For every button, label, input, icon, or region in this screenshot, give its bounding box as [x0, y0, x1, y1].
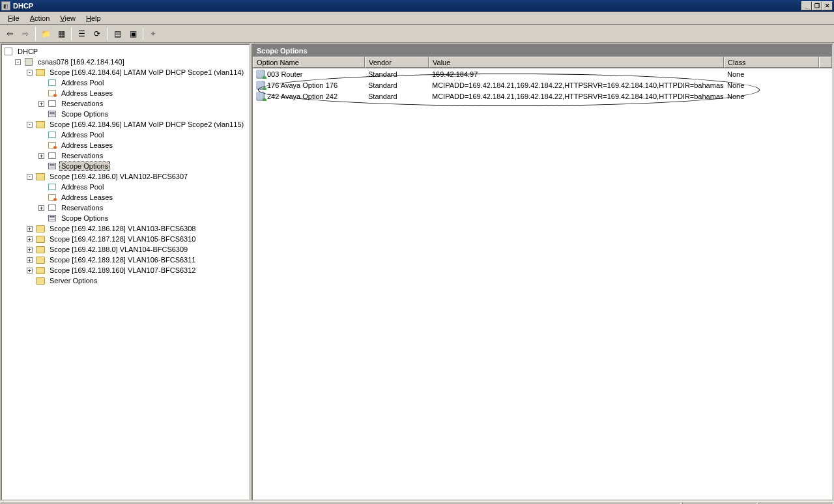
tree-scope2-label: Scope [169.42.184.96] LATAM VoIP DHCP Sc… [48, 120, 246, 129]
tree-selected-label: Scope Options [59, 161, 110, 171]
leases-icon [48, 194, 56, 201]
folder-open-icon [36, 121, 45, 128]
table-row[interactable]: 242 Avaya Option 242 Standard MCIPADD=16… [253, 91, 832, 102]
folder-icon [36, 236, 45, 243]
properties-button[interactable]: ☰ [74, 27, 89, 41]
detail-pane: Scope Options Option Name Vendor Value C… [252, 44, 833, 501]
column-option-name[interactable]: Option Name [253, 57, 365, 68]
column-vendor[interactable]: Vendor [365, 57, 429, 68]
tree-scope2-leases[interactable]: Address Leases [3, 140, 248, 150]
tree-scope4[interactable]: + Scope [169.42.186.128] VLAN103-BFCS630… [3, 223, 248, 234]
minimize-button[interactable]: _ [801, 1, 812, 10]
window-title: DHCP [13, 2, 801, 10]
tree-scope3-reservations[interactable]: + Reservations [3, 203, 248, 213]
back-button[interactable]: ⇦ [3, 27, 17, 41]
column-value[interactable]: Value [429, 57, 724, 68]
maximize-button[interactable]: ❐ [812, 1, 822, 10]
expand-icon[interactable]: + [38, 101, 44, 107]
expand-icon[interactable]: + [27, 247, 33, 253]
table-row[interactable]: 003 Router Standard 169.42.184.97 None [253, 68, 832, 79]
expand-icon[interactable]: + [27, 268, 33, 273]
tree-scope1-reservations[interactable]: + Reservations [3, 98, 248, 109]
tree-scope2-reservations[interactable]: + Reservations [3, 150, 248, 161]
reservations-icon [48, 152, 56, 159]
show-hide-tree-button[interactable]: ▦ [54, 27, 68, 41]
folder-icon [36, 225, 45, 232]
reservations-icon [48, 204, 56, 211]
tree-scope1[interactable]: - Scope [169.42.184.64] LATAM VoIP DHCP … [3, 67, 248, 77]
column-class[interactable]: Class [724, 57, 819, 68]
option-icon [256, 81, 265, 90]
expand-icon[interactable]: + [38, 153, 44, 159]
pool-icon [48, 184, 56, 190]
tree-scope1-options[interactable]: Scope Options [3, 109, 248, 119]
column-spacer [819, 57, 832, 68]
pool-icon [48, 79, 56, 86]
wizard-button[interactable]: ✦ [146, 27, 160, 41]
leases-icon [48, 90, 56, 96]
tree-scope1-pool[interactable]: Address Pool [3, 77, 248, 88]
tree-scope2[interactable]: - Scope [169.42.184.96] LATAM VoIP DHCP … [3, 119, 248, 130]
server-icon [25, 58, 33, 66]
menu-file[interactable]: File [3, 13, 25, 23]
expand-icon[interactable]: + [38, 205, 44, 211]
options-icon [48, 111, 56, 117]
tree-server-options[interactable]: Server Options [3, 275, 248, 286]
pool-icon [48, 132, 56, 138]
reservations-icon [48, 100, 56, 107]
toolbar: ⇦ ⇨ 📁 ▦ ☰ ⟳ ▤ ▣ ✦ [0, 25, 834, 43]
folder-open-icon [36, 69, 45, 76]
refresh-button[interactable]: ⟳ [90, 27, 104, 41]
expand-icon[interactable]: + [27, 226, 33, 232]
table-header: Option Name Vendor Value Class [253, 57, 832, 68]
collapse-icon[interactable]: - [27, 122, 33, 128]
tree-scope3-leases[interactable]: Address Leases [3, 192, 248, 203]
tree-scope5[interactable]: + Scope [169.42.187.128] VLAN105-BFCS631… [3, 234, 248, 244]
tree-scope3-pool[interactable]: Address Pool [3, 182, 248, 192]
tree-scope6[interactable]: + Scope [169.42.188.0] VLAN104-BFCS6309 [3, 244, 248, 255]
menu-action[interactable]: Action [25, 13, 55, 23]
menu-help[interactable]: Help [81, 13, 106, 23]
tree-scope7[interactable]: + Scope [169.42.189.128] VLAN106-BFCS631… [3, 255, 248, 265]
tree-scope3-options[interactable]: Scope Options [3, 213, 248, 223]
tree-root-label: DHCP [16, 47, 40, 56]
tree-pane[interactable]: DHCP - csnas078 [169.42.184.140] - Scope… [1, 44, 250, 501]
tree-scope8[interactable]: + Scope [169.42.189.160] VLAN107-BFCS631… [3, 265, 248, 275]
collapse-icon[interactable]: - [15, 59, 21, 65]
main-split: DHCP - csnas078 [169.42.184.140] - Scope… [0, 43, 834, 501]
up-button[interactable]: 📁 [38, 27, 53, 41]
dhcp-icon [5, 48, 12, 55]
collapse-icon[interactable]: - [27, 70, 33, 76]
collapse-icon[interactable]: - [27, 174, 33, 180]
option-icon [256, 92, 265, 101]
forward-button[interactable]: ⇨ [18, 27, 33, 41]
app-icon: ◧ [1, 1, 10, 10]
menu-bar: File Action View Help [0, 12, 834, 25]
table-body[interactable]: 003 Router Standard 169.42.184.97 None 1… [253, 68, 832, 499]
option-icon [256, 70, 265, 79]
tree-server-label: csnas078 [169.42.184.140] [36, 57, 126, 66]
tree-scope1-label: Scope [169.42.184.64] LATAM VoIP DHCP Sc… [48, 68, 246, 77]
table-row[interactable]: 176 Avaya Option 176 Standard MCIPADD=16… [253, 79, 832, 91]
expand-icon[interactable]: + [27, 257, 33, 263]
tree-scope3[interactable]: - Scope [169.42.186.0] VLAN102-BFCS6307 [3, 171, 248, 182]
expand-icon[interactable]: + [27, 236, 33, 242]
tree-root[interactable]: DHCP [3, 46, 248, 57]
tree-server[interactable]: - csnas078 [169.42.184.140] [3, 57, 248, 67]
folder-icon [36, 257, 45, 264]
folder-icon [36, 267, 45, 274]
export-button[interactable]: ▤ [110, 27, 124, 41]
help-toolbar-button[interactable]: ▣ [126, 27, 140, 41]
tree-scope1-leases[interactable]: Address Leases [3, 88, 248, 98]
options-icon [48, 163, 56, 169]
close-button[interactable]: ✕ [822, 1, 833, 10]
tree-scope2-pool[interactable]: Address Pool [3, 130, 248, 140]
tree-scope2-options[interactable]: Scope Options [3, 161, 248, 171]
folder-icon [36, 246, 45, 253]
folder-icon [36, 277, 45, 285]
options-icon [48, 215, 56, 221]
folder-open-icon [36, 173, 45, 180]
leases-icon [48, 142, 56, 148]
menu-view[interactable]: View [55, 13, 81, 23]
detail-header: Scope Options [253, 45, 832, 57]
